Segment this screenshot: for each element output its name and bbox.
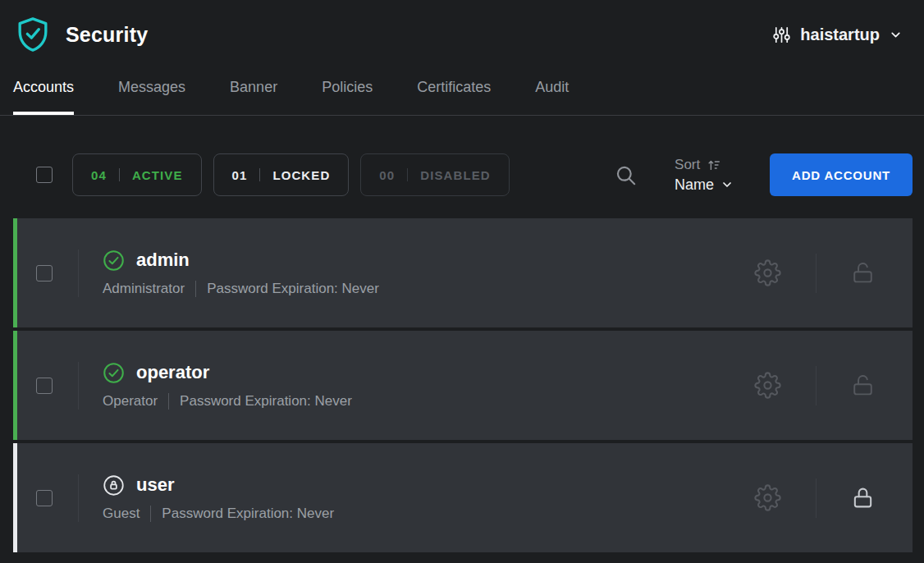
account-role: Operator bbox=[103, 393, 158, 410]
divider bbox=[119, 168, 120, 181]
filter-disabled-label: DISABLED bbox=[420, 168, 490, 182]
sort-control[interactable]: Sort Name bbox=[675, 157, 734, 194]
lock-closed-icon bbox=[851, 486, 875, 510]
lock-action-button[interactable] bbox=[851, 486, 875, 510]
check-circle-icon bbox=[103, 362, 125, 384]
sort-icon bbox=[707, 158, 721, 172]
top-bar: Security haistartup bbox=[0, 0, 924, 69]
account-role: Guest bbox=[103, 506, 140, 522]
accounts-toolbar: 04 ACTIVE 01 LOCKED 00 DISABLED Sort bbox=[13, 153, 913, 196]
tab-accounts[interactable]: Accounts bbox=[13, 69, 74, 115]
tab-policies[interactable]: Policies bbox=[322, 69, 373, 115]
filter-active-label: ACTIVE bbox=[132, 168, 183, 182]
settings-button[interactable] bbox=[754, 372, 781, 399]
settings-button[interactable] bbox=[754, 484, 781, 511]
lock-open-icon bbox=[851, 261, 875, 285]
add-account-button[interactable]: ADD ACCOUNT bbox=[770, 153, 913, 196]
search-button[interactable] bbox=[615, 164, 637, 186]
divider bbox=[816, 254, 817, 293]
row-actions bbox=[754, 254, 913, 293]
divider bbox=[78, 474, 79, 522]
account-main: admin Administrator Password Expiration:… bbox=[103, 249, 379, 297]
filter-disabled-count: 00 bbox=[379, 168, 395, 182]
row-checkbox[interactable] bbox=[36, 378, 53, 394]
divider bbox=[168, 393, 169, 410]
filter-active-button[interactable]: 04 ACTIVE bbox=[72, 153, 202, 196]
tab-banner[interactable]: Banner bbox=[230, 69, 277, 115]
check-circle-icon bbox=[103, 249, 125, 272]
tab-messages[interactable]: Messages bbox=[118, 69, 185, 115]
shield-check-icon bbox=[16, 16, 49, 53]
account-row: admin Administrator Password Expiration:… bbox=[13, 218, 913, 327]
security-page: Security haistartup Accounts Messages Ba… bbox=[0, 0, 924, 563]
lock-open-icon bbox=[851, 373, 875, 397]
divider bbox=[150, 506, 151, 522]
gear-icon bbox=[754, 484, 781, 511]
settings-button[interactable] bbox=[754, 259, 781, 286]
password-expiration: Password Expiration: Never bbox=[180, 393, 352, 410]
chevron-down-icon bbox=[720, 178, 734, 191]
search-icon bbox=[615, 164, 637, 186]
lock-action-button[interactable] bbox=[851, 373, 875, 397]
filter-locked-count: 01 bbox=[232, 168, 248, 182]
tab-audit[interactable]: Audit bbox=[535, 69, 569, 115]
select-all-checkbox[interactable] bbox=[36, 167, 53, 183]
account-name: user bbox=[136, 474, 174, 496]
page-title: Security bbox=[66, 23, 148, 47]
sliders-icon bbox=[772, 25, 791, 44]
brand: Security bbox=[16, 16, 148, 53]
account-role: Administrator bbox=[103, 281, 185, 297]
account-name: admin bbox=[136, 249, 190, 271]
divider bbox=[259, 168, 260, 181]
row-actions bbox=[754, 478, 913, 518]
filter-locked-label: LOCKED bbox=[272, 168, 330, 182]
filter-active-count: 04 bbox=[91, 168, 107, 182]
tab-certificates[interactable]: Certificates bbox=[417, 69, 491, 115]
account-name: operator bbox=[136, 362, 209, 383]
sort-value: Name bbox=[675, 176, 714, 194]
account-main: operator Operator Password Expiration: N… bbox=[103, 362, 352, 410]
array-switcher[interactable]: haistartup bbox=[772, 25, 903, 44]
account-row: operator Operator Password Expiration: N… bbox=[13, 331, 913, 440]
gear-icon bbox=[754, 259, 781, 286]
filter-disabled-button[interactable]: 00 DISABLED bbox=[360, 153, 509, 196]
account-main: user Guest Password Expiration: Never bbox=[103, 474, 334, 522]
divider bbox=[195, 281, 196, 297]
account-list: admin Administrator Password Expiration:… bbox=[13, 218, 913, 552]
lock-circle-icon bbox=[103, 474, 125, 497]
tab-bar: Accounts Messages Banner Policies Certif… bbox=[0, 69, 924, 116]
row-checkbox[interactable] bbox=[36, 265, 53, 282]
password-expiration: Password Expiration: Never bbox=[207, 281, 379, 297]
filter-locked-button[interactable]: 01 LOCKED bbox=[213, 153, 350, 196]
array-name: haistartup bbox=[800, 25, 880, 44]
divider bbox=[816, 366, 817, 405]
divider bbox=[407, 168, 408, 181]
divider bbox=[78, 249, 79, 297]
account-row: user Guest Password Expiration: Never bbox=[13, 443, 913, 552]
lock-action-button[interactable] bbox=[851, 261, 875, 285]
divider bbox=[78, 362, 79, 410]
gear-icon bbox=[754, 372, 781, 399]
divider bbox=[816, 478, 817, 518]
password-expiration: Password Expiration: Never bbox=[162, 506, 334, 522]
chevron-down-icon bbox=[889, 28, 903, 42]
row-actions bbox=[754, 366, 913, 405]
sort-label: Sort bbox=[675, 157, 700, 173]
row-checkbox[interactable] bbox=[36, 490, 53, 506]
